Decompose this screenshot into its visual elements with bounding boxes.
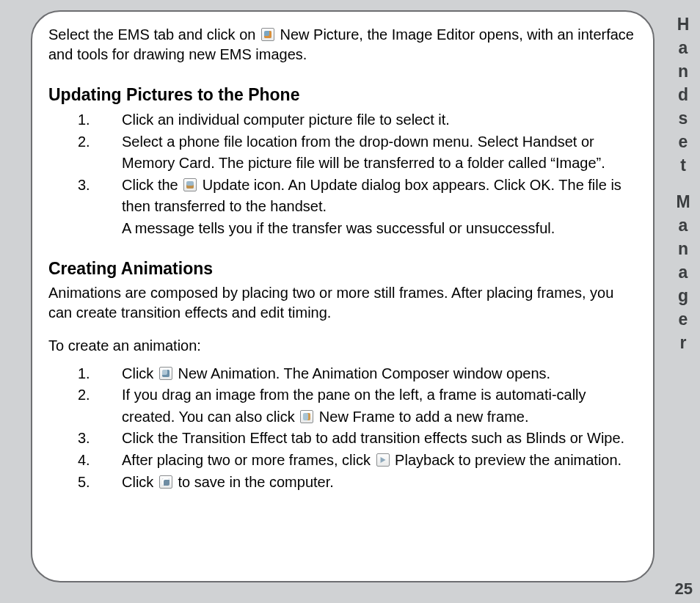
list-number: 2. [78,131,122,175]
list-number: 5. [78,472,122,494]
new-animation-icon [159,367,172,380]
sidebar-word2: Manager [674,192,693,357]
playback-icon [376,453,390,467]
list-text-extra: A message tells you if the transfer was … [122,220,555,236]
list-text-pre: Click the [122,177,182,193]
update-icon [183,178,197,191]
list-text: If you drag an image from the pane on th… [122,384,637,428]
animations-sub: To create an animation: [48,336,637,356]
list-item: 3. Click the Transition Effect tab to ad… [78,428,637,450]
page-content: Select the EMS tab and click on New Pict… [31,10,655,582]
list-text-post: New Animation. The Animation Composer wi… [174,365,550,381]
animations-intro: Animations are composed by placing two o… [48,283,637,323]
list-item: 2. Select a phone file location from the… [78,131,637,175]
list-text: Click to save in the computer. [122,472,637,494]
sidebar-word1: Handset [674,15,693,179]
list-text: Click an individual computer picture fil… [122,109,637,131]
list-text-pre: Click [122,474,158,490]
list-text: Click New Animation. The Animation Compo… [122,363,637,385]
save-icon [159,475,172,489]
list-number: 3. [78,175,122,240]
list-text-post: Playback to preview the animation. [391,452,622,468]
list-text: After placing two or more frames, click … [122,450,637,472]
new-picture-icon [261,28,274,41]
list-text-post: to save in the computer. [174,474,334,490]
list-text: Click the Update icon. An Update dialog … [122,175,637,240]
animations-list: 1. Click New Animation. The Animation Co… [78,363,637,494]
list-item: 1. Click an individual computer picture … [78,109,637,131]
list-number: 4. [78,450,122,472]
section-heading-animations: Creating Animations [48,259,637,279]
section-heading-updating: Updating Pictures to the Phone [48,85,637,105]
list-text-post: New Frame to add a new frame. [315,409,528,425]
list-number: 1. [78,363,122,385]
list-item: 4. After placing two or more frames, cli… [78,450,637,472]
list-item: 2. If you drag an image from the pane on… [78,384,637,428]
list-number: 1. [78,109,122,131]
intro-paragraph: Select the EMS tab and click on New Pict… [48,25,637,65]
list-text: Click the Transition Effect tab to add t… [122,428,637,450]
list-item: 3. Click the Update icon. An Update dial… [78,175,637,240]
list-number: 2. [78,384,122,428]
list-item: 5. Click to save in the computer. [78,472,637,494]
list-text-pre: After placing two or more frames, click [122,452,375,468]
page-number: 25 [675,580,693,599]
list-text-pre: Click [122,365,158,381]
list-text-post: Update icon. An Update dialog box appear… [122,177,621,215]
intro-text-pre: Select the EMS tab and click on [48,26,260,43]
list-item: 1. Click New Animation. The Animation Co… [78,363,637,385]
sidebar-title: HandsetManager [674,15,691,357]
list-text: Select a phone file location from the dr… [122,131,637,175]
updating-list: 1. Click an individual computer picture … [78,109,637,240]
new-frame-icon [300,410,313,423]
list-number: 3. [78,428,122,450]
